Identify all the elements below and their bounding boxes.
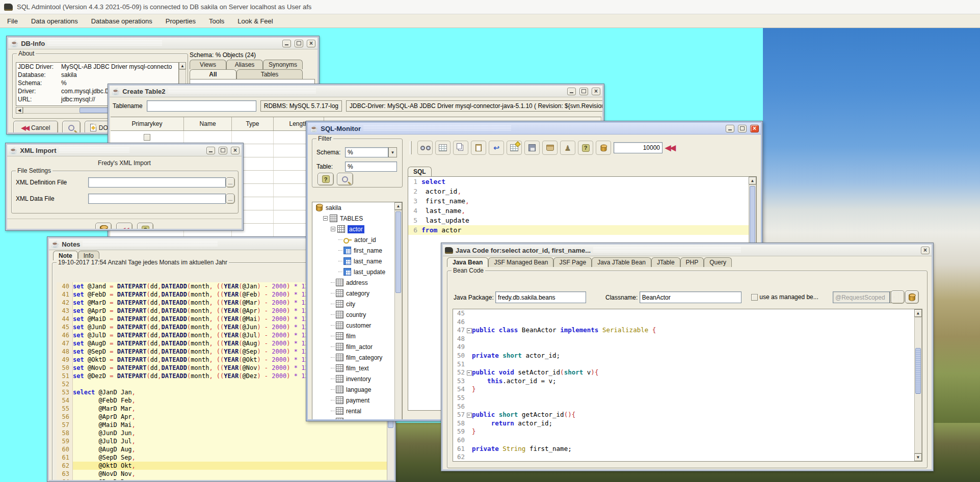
maximize-button[interactable] — [738, 125, 747, 132]
tab-views[interactable]: Views — [190, 60, 226, 69]
grid-cell[interactable] — [184, 131, 232, 144]
search-button[interactable] — [62, 121, 81, 132]
scrollbar-track[interactable] — [914, 317, 922, 453]
minimize-button[interactable] — [206, 147, 215, 154]
toolbar-import-button[interactable]: ↩ — [489, 141, 504, 155]
help-button[interactable]: ? — [317, 173, 334, 185]
xml-import-titlebar[interactable]: ☕ XML Import — [7, 145, 242, 156]
help-button[interactable]: ? — [137, 223, 153, 229]
close-button[interactable] — [921, 247, 930, 254]
menu-item-tools[interactable]: Tools — [209, 17, 224, 25]
toolbar-copy-button[interactable] — [453, 141, 468, 155]
import-to-db-button[interactable] — [95, 223, 112, 229]
tab-java-bean[interactable]: Java Bean — [447, 257, 488, 267]
tree-item-address[interactable]: address — [312, 277, 394, 288]
generate-db-button[interactable] — [905, 290, 919, 304]
tablename-input[interactable] — [147, 100, 256, 112]
search-button[interactable] — [337, 173, 353, 185]
tab-sql[interactable]: SQL — [408, 167, 432, 176]
tab-aliases[interactable]: Aliases — [226, 60, 263, 69]
menu-item-file[interactable]: File — [7, 17, 18, 25]
scroll-up-button[interactable]: ▲ — [394, 202, 402, 210]
scroll-up-button[interactable]: ▲ — [179, 62, 186, 69]
scroll-left-button[interactable]: ◀ — [16, 107, 23, 114]
toolbar-help-button[interactable]: ? — [578, 141, 593, 155]
minimize-button[interactable] — [567, 88, 576, 95]
xml-data-input[interactable] — [88, 194, 226, 204]
tab-jsf-page[interactable]: JSF Page — [553, 257, 592, 267]
menu-item-data-operations[interactable]: Data operations — [31, 17, 78, 25]
tree-item-film_category[interactable]: film_category — [312, 352, 394, 363]
tree-item-category[interactable]: category — [312, 288, 394, 299]
classname-input[interactable] — [640, 291, 741, 303]
scope-select[interactable]: @RequestScoped — [833, 291, 890, 303]
minimize-button[interactable] — [726, 125, 734, 132]
toolbar-grip[interactable] — [410, 141, 412, 154]
tree-item-language[interactable]: language — [312, 384, 394, 395]
row-limit-input[interactable] — [614, 142, 663, 153]
tree-item-film_text[interactable]: film_text — [312, 363, 394, 373]
tree-item-actor[interactable]: actor — [312, 224, 394, 234]
toolbar-find-button[interactable] — [417, 141, 433, 155]
close-button[interactable] — [307, 40, 315, 47]
tree-item-TABLES[interactable]: TABLES — [312, 213, 394, 224]
maximize-button[interactable] — [295, 40, 303, 47]
column-header-name[interactable]: Name — [184, 117, 232, 130]
primarykey-checkbox[interactable] — [144, 134, 150, 141]
tree-item-last_name[interactable]: last_name — [312, 256, 394, 266]
toolbar-add-table-button[interactable] — [507, 141, 522, 155]
column-header-type[interactable]: Type — [232, 117, 273, 130]
tree-item-film_actor[interactable]: film_actor — [312, 341, 394, 352]
scroll-down-button[interactable]: ▼ — [914, 453, 922, 461]
tree-item-inventory[interactable]: inventory — [312, 373, 394, 384]
schema-filter-input[interactable] — [345, 147, 388, 157]
minimize-button[interactable] — [282, 40, 291, 47]
close-button[interactable] — [592, 88, 600, 95]
save-code-button[interactable] — [891, 290, 905, 304]
tree-item-film[interactable]: film — [312, 331, 394, 341]
toolbar-database-button[interactable] — [596, 141, 611, 155]
tree-item-rental[interactable]: rental — [312, 406, 394, 416]
close-button[interactable] — [231, 147, 240, 154]
browse-data-button[interactable]: ... — [226, 194, 235, 204]
create-table-titlebar[interactable]: ☕ Create Table2 — [110, 86, 602, 97]
toolbar-paste-button[interactable] — [471, 141, 486, 155]
maximize-button[interactable] — [219, 147, 227, 154]
tab-query[interactable]: Query — [704, 257, 732, 267]
cancel-button[interactable]: ◀◀Cancel — [13, 121, 58, 132]
column-header-primarykey[interactable]: Primarykey — [111, 117, 184, 130]
back-button[interactable]: ◀◀ — [116, 223, 133, 229]
menu-item-properties[interactable]: Properties — [166, 17, 196, 25]
tree-item-city[interactable]: city — [312, 299, 394, 309]
scrollbar-track[interactable] — [394, 210, 402, 419]
java-package-input[interactable] — [495, 291, 586, 303]
toolbar-user-button[interactable]: ♟ — [560, 141, 575, 155]
tree-item-actor_id[interactable]: actor_id — [312, 234, 394, 245]
tab-all[interactable]: All — [190, 69, 236, 79]
sql-monitor-titlebar[interactable]: ☕ SQL-Monitor — [308, 123, 761, 135]
menu-item-look-feel[interactable]: Look & Feel — [237, 17, 273, 25]
table-filter-input[interactable] — [345, 162, 397, 172]
browse-definition-button[interactable]: ... — [226, 177, 235, 188]
tree-item-payment[interactable]: payment — [312, 395, 394, 406]
tab-php[interactable]: PHP — [680, 257, 704, 267]
tree-item-staff[interactable]: staff — [312, 416, 394, 419]
managed-bean-checkbox[interactable] — [751, 294, 758, 301]
scroll-up-button[interactable]: ▲ — [914, 309, 922, 317]
toolbar-save-button[interactable] — [524, 141, 540, 155]
tree-item-sakila[interactable]: sakila — [312, 202, 394, 213]
schema-tree[interactable]: sakilaTABLESactoractor_idfirst_namelast_… — [312, 202, 403, 419]
db-info-titlebar[interactable]: ☕ DB-Info — [8, 38, 317, 49]
maximize-button[interactable] — [579, 88, 588, 95]
tab-java-jtable-bean[interactable]: Java JTable Bean — [592, 257, 651, 267]
tab-tables[interactable]: Tables — [236, 69, 303, 79]
scroll-up-button[interactable]: ▲ — [749, 177, 756, 184]
java-code-editor[interactable]: 45 46 47public class BeanActor implement… — [453, 309, 922, 462]
tab-jtable[interactable]: JTable — [651, 257, 680, 267]
grid-cell[interactable] — [232, 131, 273, 144]
xml-definition-input[interactable] — [88, 177, 226, 188]
tree-item-last_update[interactable]: last_update — [312, 266, 394, 277]
menu-item-database-operations[interactable]: Database operations — [91, 17, 152, 25]
tab-jsf-managed-bean[interactable]: JSF Managed Bean — [488, 257, 553, 267]
toolbar-grid-button[interactable] — [435, 141, 451, 155]
